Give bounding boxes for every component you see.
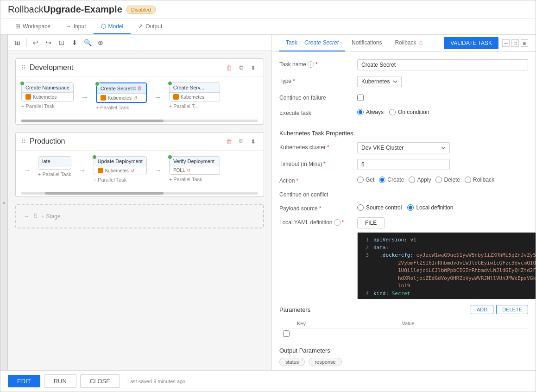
task-name-label: Task name i * <box>279 59 353 68</box>
zoom-in-btn[interactable]: ⊕ <box>95 37 107 49</box>
restore-btn[interactable]: □ <box>511 39 519 47</box>
add-stage-label: + Stage <box>41 213 61 220</box>
param-checkbox[interactable] <box>283 330 290 337</box>
stage-expand-btn[interactable]: ⬍ <box>248 63 258 73</box>
action-delete-radio[interactable] <box>435 177 442 183</box>
zoom-fit-btn[interactable]: ⊡ <box>56 37 68 49</box>
payload-source-value: Source control Local definition <box>357 203 528 211</box>
app-frame: RollbackUpgrade-Example Disabled ⊞ Works… <box>0 0 536 392</box>
action-get-radio[interactable] <box>357 177 364 183</box>
execute-always-option[interactable]: Always <box>357 109 384 115</box>
tab-model[interactable]: ⬡ Model <box>94 19 131 34</box>
add-parallel-task-btn[interactable]: + Parallel Task <box>94 175 147 184</box>
execute-on-condition-option[interactable]: On condition <box>389 109 429 115</box>
delete-param-btn[interactable]: DELETE <box>496 305 528 314</box>
add-parallel-task-btn[interactable]: + Parallel Task <box>21 101 74 111</box>
action-delete-label: Delete <box>444 177 460 183</box>
tab-workspace-label: Workspace <box>23 23 50 30</box>
tab-model-label: Model <box>108 23 124 30</box>
task-tab-colon: : <box>300 39 302 46</box>
undo-btn[interactable]: ↩ <box>30 37 42 49</box>
add-parallel-task-btn[interactable]: + Parallel Task <box>169 175 220 184</box>
rollback-tab-label: Rollback <box>395 39 416 46</box>
placeholder-drag: ⠿ <box>33 213 38 220</box>
action-delete-option[interactable]: Delete <box>435 177 460 183</box>
collapse-sidebar-btn[interactable]: « <box>0 35 8 370</box>
delete-icon[interactable]: 🗑 <box>137 85 142 91</box>
stage-expand-btn[interactable]: ⬍ <box>248 136 258 146</box>
k8s-icon <box>101 95 106 101</box>
task-name-input[interactable] <box>357 59 528 70</box>
canvas-area[interactable]: ⠿ Development 🗑 ⧉ ⬍ <box>8 51 271 370</box>
task-create-namespace[interactable]: Create Namespace Kubernetes + Parallel T… <box>21 82 74 111</box>
task-create-service[interactable]: Create Serv... Kubernetes + Parallel T..… <box>169 82 220 111</box>
close-btn[interactable]: CLOSE <box>80 374 120 388</box>
local-definition-option[interactable]: Local definition <box>407 204 453 211</box>
task-connector: → <box>77 166 88 175</box>
action-apply-radio[interactable] <box>409 177 415 183</box>
tab-output[interactable]: ↗ Output <box>131 19 170 34</box>
task-connector: → <box>152 93 164 101</box>
stage-delete-btn[interactable]: 🗑 <box>224 63 234 73</box>
add-param-btn[interactable]: ADD <box>471 305 493 314</box>
zoom-out-btn[interactable]: 🔍 <box>82 37 94 49</box>
source-control-option[interactable]: Source control <box>357 204 402 211</box>
task-create-secret[interactable]: Create Secret ⧉ 🗑 Kubernetes ↺ <box>96 82 147 112</box>
tab-rollback[interactable]: Rollback ⚠ <box>388 35 430 51</box>
run-btn[interactable]: RUN <box>44 374 76 388</box>
production-stage-header: ⠿ Production 🗑 ⧉ ⬍ <box>16 133 264 151</box>
zoom-download-btn[interactable]: ⬇ <box>69 37 81 49</box>
tab-notifications[interactable]: Notifications <box>345 35 388 51</box>
tab-input[interactable]: → Input <box>58 19 94 34</box>
copy-icon[interactable]: ⧉ <box>132 85 136 91</box>
continue-on-failure-checkbox[interactable] <box>357 95 364 101</box>
app-title: RollbackUpgrade-Example <box>8 4 122 15</box>
action-apply-option[interactable]: Apply <box>409 177 431 183</box>
execute-always-label: Always <box>366 109 384 115</box>
task-title: late <box>42 158 50 164</box>
notifications-tab-label: Notifications <box>352 39 382 46</box>
tab-workspace[interactable]: ⊞ Workspace <box>8 19 58 34</box>
redo-btn[interactable]: ↪ <box>43 37 55 49</box>
execute-always-radio[interactable] <box>357 109 364 115</box>
task-late[interactable]: late + Parallel Task <box>38 156 71 179</box>
action-rollback-option[interactable]: Rollback <box>465 177 494 183</box>
validate-task-btn[interactable]: VALIDATE TASK <box>444 37 498 49</box>
grid-btn[interactable]: ⊞ <box>12 37 24 49</box>
stage-drag-handle[interactable]: ⠿ <box>21 64 26 71</box>
execute-on-condition-radio[interactable] <box>389 109 396 115</box>
edit-btn[interactable]: EDIT <box>8 375 40 387</box>
action-create-radio[interactable] <box>379 177 385 183</box>
yaml-info-icon[interactable]: i <box>334 219 341 226</box>
maximize-btn[interactable]: ⊞ <box>521 39 528 47</box>
action-radio-group: Get Create Apply <box>357 176 528 183</box>
action-rollback-radio[interactable] <box>465 177 471 183</box>
timeout-input[interactable] <box>357 159 450 170</box>
source-control-radio[interactable] <box>357 204 364 211</box>
code-editor[interactable]: 1apiVersion: v1 2data: 3 .dockercfg: eyJ… <box>357 232 536 299</box>
workspace-icon: ⊞ <box>15 23 20 30</box>
local-definition-radio[interactable] <box>407 204 414 211</box>
stage-delete-btn[interactable]: 🗑 <box>224 136 234 146</box>
task-verify-deployment[interactable]: Verify Deployment POLL ↺ + Parallel Task <box>169 156 220 184</box>
add-stage-placeholder[interactable]: → ⠿ + Stage <box>15 204 264 228</box>
task-update-deployment[interactable]: Update Deployment Kubernetes ↺ + Paralle… <box>94 156 147 184</box>
task-status-dot <box>168 155 172 159</box>
type-select[interactable]: Kubernetes <box>357 76 402 87</box>
action-create-option[interactable]: Create <box>379 177 404 183</box>
add-parallel-task-btn[interactable]: + Parallel Task <box>38 170 71 179</box>
local-yaml-value: FILE 1apiVersion: v1 2data: 3 .dockercfg… <box>357 217 536 299</box>
task-title: Update Deployment <box>98 158 143 164</box>
add-parallel-task-btn[interactable]: + Parallel Task <box>96 103 147 112</box>
tab-task[interactable]: Task : Create Secret <box>279 35 345 51</box>
stage-copy-btn[interactable]: ⧉ <box>236 136 246 146</box>
task-type: Kubernetes <box>170 93 220 101</box>
file-btn[interactable]: FILE <box>357 217 385 228</box>
action-get-option[interactable]: Get <box>357 177 374 183</box>
add-parallel-task-btn[interactable]: + Parallel T... <box>169 101 220 111</box>
cluster-select[interactable]: Dev-VKE-Cluster <box>357 142 450 153</box>
stage-drag-handle[interactable]: ⠿ <box>21 138 26 145</box>
stage-copy-btn[interactable]: ⧉ <box>236 63 246 73</box>
task-name-info[interactable]: i <box>308 61 314 68</box>
minimize-btn[interactable]: ─ <box>502 39 510 47</box>
